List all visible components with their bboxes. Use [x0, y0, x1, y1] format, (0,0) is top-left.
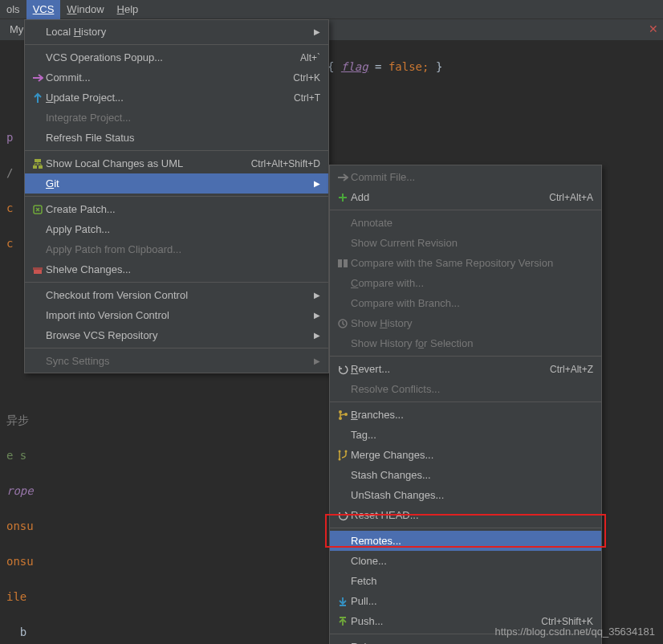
menu-browse-repo[interactable]: Browse VCS Repository ▶	[25, 325, 328, 345]
menu-reset-head[interactable]: Reset HEAD...	[330, 505, 601, 525]
menu-help-label: Help	[117, 3, 139, 15]
menu-checkout-vc[interactable]: Checkout from Version Control ▶	[25, 285, 328, 305]
menu-create-patch[interactable]: Create Patch...	[25, 199, 328, 219]
menu-item-label: Show History	[351, 317, 593, 329]
menu-item-label: Refresh File Status	[46, 132, 320, 144]
update-icon	[30, 92, 46, 104]
menu-git[interactable]: Git ▶	[25, 173, 328, 194]
menu-item-label: Show History for Selection	[351, 337, 593, 349]
menu-item-label: Compare with...	[351, 277, 593, 289]
menu-item-label: Annotate	[351, 217, 593, 229]
menu-stash[interactable]: Stash Changes...	[330, 465, 601, 485]
menu-item-label: Create Patch...	[46, 203, 320, 215]
svg-point-9	[339, 410, 342, 414]
branch-icon	[335, 410, 351, 421]
menu-revert[interactable]: Revert... Ctrl+Alt+Z	[330, 359, 601, 379]
menu-unstash[interactable]: UnStash Changes...	[330, 485, 601, 505]
svg-point-12	[339, 450, 341, 452]
menu-refresh-status[interactable]: Refresh File Status	[25, 128, 328, 148]
menu-separator	[330, 356, 601, 357]
menu-item-label: Compare with the Same Repository Version	[351, 257, 593, 269]
menu-window[interactable]: Window	[60, 0, 110, 19]
submenu-arrow-icon: ▶	[312, 27, 320, 36]
commit-icon	[335, 172, 351, 183]
menu-item-label: Show Local Changes as UML	[46, 157, 235, 169]
menu-separator	[25, 282, 328, 283]
menu-pull[interactable]: Pull...	[330, 591, 601, 611]
menu-separator	[25, 44, 328, 45]
menu-annotate: Annotate	[330, 213, 601, 233]
revert-icon	[335, 364, 351, 375]
menu-import-vc[interactable]: Import into Version Control ▶	[25, 305, 328, 325]
menu-item-label: Git	[46, 177, 312, 190]
svg-rect-0	[35, 159, 41, 162]
menu-item-label: Reset HEAD...	[351, 509, 593, 521]
push-icon	[335, 616, 351, 627]
svg-rect-7	[344, 259, 348, 267]
menu-show-revision: Show Current Revision	[330, 233, 601, 253]
menu-integrate-project: Integrate Project...	[25, 108, 328, 128]
menu-item-label: Merge Changes...	[351, 449, 593, 461]
menu-merge[interactable]: Merge Changes...	[330, 445, 601, 465]
menu-git-add[interactable]: Add Ctrl+Alt+A	[330, 187, 601, 207]
shelve-icon	[30, 264, 46, 275]
menu-fragment-tools[interactable]: ols	[0, 0, 26, 19]
menu-update-project[interactable]: Update Project... Ctrl+T	[25, 88, 328, 108]
svg-point-11	[344, 413, 348, 416]
menu-help[interactable]: Help	[111, 0, 145, 19]
menu-item-label: Resolve Conflicts...	[351, 383, 593, 395]
svg-rect-5	[33, 267, 43, 270]
menu-commit[interactable]: Commit... Ctrl+K	[25, 67, 328, 88]
svg-point-13	[345, 450, 348, 452]
menu-item-label: Apply Patch...	[46, 223, 320, 235]
menu-separator	[330, 528, 601, 528]
svg-rect-2	[39, 165, 43, 169]
menu-sync-settings[interactable]: Sync Settings ▶	[25, 351, 328, 371]
submenu-arrow-icon: ▶	[312, 179, 320, 188]
menu-item-label: Show Current Revision	[351, 237, 593, 249]
menu-remotes[interactable]: Remotes...	[330, 531, 601, 551]
pull-icon	[335, 596, 351, 607]
menu-separator	[330, 401, 601, 402]
menu-vcs-operations[interactable]: VCS Operations Popup... Alt+`	[25, 47, 328, 67]
menu-item-label: Branches...	[351, 409, 593, 421]
shortcut-label: Ctrl+Alt+Z	[550, 364, 593, 375]
vcs-dropdown: Local History ▶ VCS Operations Popup... …	[24, 19, 329, 373]
menu-window-label: Window	[67, 3, 104, 15]
menu-vcs[interactable]: VCS	[26, 0, 61, 19]
menu-show-uml[interactable]: Show Local Changes as UML Ctrl+Alt+Shift…	[25, 153, 328, 173]
menu-compare-with: Compare with...	[330, 273, 601, 293]
menu-clone[interactable]: Clone...	[330, 551, 601, 571]
menu-rebase[interactable]: Rebase...	[330, 637, 601, 644]
menu-local-history[interactable]: Local History ▶	[25, 22, 328, 42]
menu-item-label: Local History	[46, 26, 312, 38]
menubar: ols VCS Window Help	[0, 0, 663, 19]
menu-item-label: Browse VCS Repository	[46, 329, 312, 341]
menu-shelve-changes[interactable]: Shelve Changes...	[25, 259, 328, 279]
menu-branches[interactable]: Branches...	[330, 405, 601, 425]
add-icon	[335, 193, 351, 202]
menu-apply-patch-clipboard: Apply Patch from Clipboard...	[25, 239, 328, 259]
menu-item-label: Fetch	[351, 575, 593, 587]
menu-item-label: Add	[351, 191, 533, 203]
submenu-arrow-icon: ▶	[312, 331, 320, 340]
menu-tag[interactable]: Tag...	[330, 425, 601, 445]
menu-item-label: Import into Version Control	[46, 309, 312, 321]
close-icon[interactable]: ✕	[649, 22, 658, 35]
menu-fetch[interactable]: Fetch	[330, 571, 601, 591]
menu-item-label: Stash Changes...	[351, 469, 593, 481]
svg-rect-6	[338, 259, 342, 267]
shortcut-label: Ctrl+T	[294, 92, 320, 104]
menu-item-label: VCS Operations Popup...	[46, 51, 284, 63]
menu-item-label: Apply Patch from Clipboard...	[46, 243, 320, 255]
menu-separator	[25, 196, 328, 197]
watermark: https://blog.csdn.net/qq_35634181	[495, 626, 656, 638]
shortcut-label: Ctrl+Alt+A	[549, 192, 593, 203]
menu-item-label: Commit File...	[351, 171, 593, 183]
menu-item-label: Revert...	[351, 363, 534, 375]
menu-item-label: Tag...	[351, 429, 593, 441]
menu-apply-patch[interactable]: Apply Patch...	[25, 219, 328, 239]
reset-icon	[335, 510, 351, 521]
menu-commit-file: Commit File...	[330, 167, 601, 187]
menu-item-label: Pull...	[351, 595, 593, 607]
